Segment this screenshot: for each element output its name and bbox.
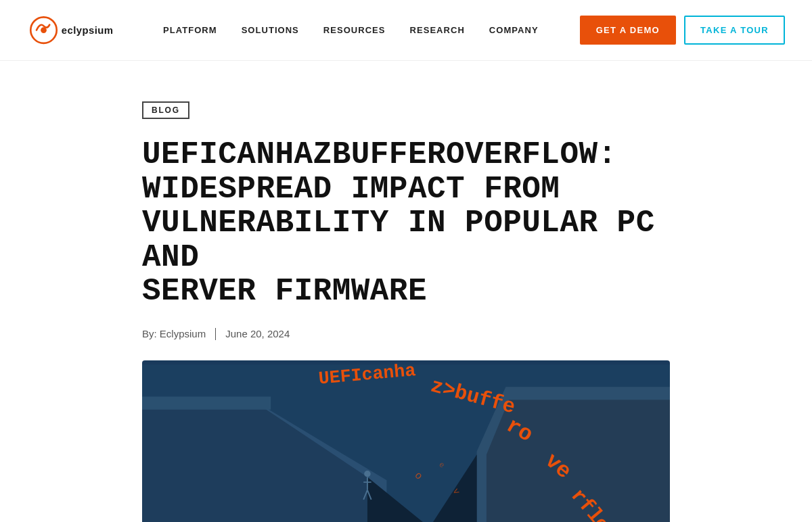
blog-badge: BLOG	[142, 101, 189, 119]
nav-platform[interactable]: PLATFORM	[163, 25, 217, 35]
article-author: By: Eclypsium	[142, 328, 206, 339]
svg-text:eclypsium: eclypsium	[62, 24, 114, 35]
get-demo-button[interactable]: GET A DEMO	[580, 16, 676, 45]
article-title: UEFICANHAZBUFFEROVERFLOW: WIDESPREAD IMP…	[142, 138, 670, 309]
header-actions: GET A DEMO TAKE A TOUR	[580, 16, 785, 45]
logo[interactable]: eclypsium	[27, 10, 122, 51]
take-tour-button[interactable]: TAKE A TOUR	[684, 16, 785, 45]
meta-divider	[215, 328, 216, 340]
hero-image: UEFIcanha z>buffe ro ve rfl ow o v e	[142, 360, 670, 522]
nav-company[interactable]: COMPANY	[489, 25, 539, 35]
svg-marker-6	[142, 397, 271, 410]
site-header: eclypsium PLATFORM SOLUTIONS RESOURCES R…	[0, 0, 812, 61]
nav-research[interactable]: RESEARCH	[410, 25, 465, 35]
nav-resources[interactable]: RESOURCES	[323, 25, 386, 35]
svg-point-1	[41, 27, 47, 33]
svg-point-11	[364, 471, 371, 477]
article-meta: By: Eclypsium June 20, 2024	[142, 328, 670, 340]
article-date: June 20, 2024	[225, 328, 290, 339]
main-content: BLOG UEFICANHAZBUFFEROVERFLOW: WIDESPREA…	[129, 61, 683, 522]
nav-solutions[interactable]: SOLUTIONS	[242, 25, 299, 35]
main-nav: PLATFORM SOLUTIONS RESOURCES RESEARCH CO…	[163, 25, 539, 35]
